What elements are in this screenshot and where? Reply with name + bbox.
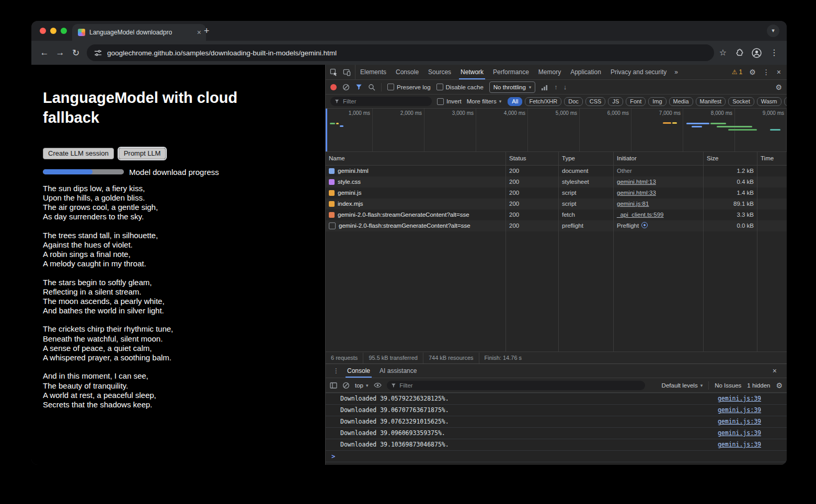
- console-prompt[interactable]: >: [326, 450, 787, 462]
- create-llm-session-button[interactable]: Create LLM session: [43, 148, 114, 159]
- back-button[interactable]: ←: [37, 45, 52, 61]
- preflight-info-icon[interactable]: [641, 222, 648, 228]
- network-summary-bar: 6 requests 95.5 kB transferred 744 kB re…: [326, 351, 787, 364]
- chip-all[interactable]: All: [508, 97, 522, 106]
- drawer-tab-ai-assistance[interactable]: AI assistance: [375, 364, 421, 378]
- network-request-row[interactable]: index.mjs 200 script gemini.js:81 89.1 k…: [326, 198, 787, 209]
- network-request-row[interactable]: gemini.html 200 document Other 1.2 kB 28…: [326, 166, 787, 177]
- profile-avatar-icon[interactable]: [752, 48, 762, 58]
- column-header-size[interactable]: Size: [704, 152, 757, 165]
- clear-console-icon[interactable]: [342, 382, 350, 389]
- chip-wasm[interactable]: Wasm: [757, 97, 781, 106]
- clear-network-log-icon[interactable]: [342, 84, 350, 91]
- record-network-log-button[interactable]: [330, 84, 337, 90]
- devtools-tab-elements[interactable]: Elements: [355, 65, 391, 79]
- console-source-link[interactable]: gemini.js:39: [718, 405, 761, 416]
- script-file-icon: [329, 190, 335, 196]
- devtools-tab-memory[interactable]: Memory: [534, 65, 566, 79]
- export-har-icon[interactable]: ↑: [554, 83, 558, 91]
- live-expression-eye-icon[interactable]: [374, 381, 382, 389]
- network-search-icon[interactable]: [368, 84, 375, 91]
- console-settings-icon[interactable]: ⚙: [776, 382, 783, 389]
- reload-button[interactable]: ↻: [68, 45, 84, 61]
- address-bar[interactable]: googlechrome.github.io/samples/downloadi…: [87, 44, 714, 61]
- hidden-messages-label[interactable]: 1 hidden: [747, 382, 770, 389]
- default-levels-dropdown[interactable]: Default levels▾: [662, 382, 703, 389]
- network-conditions-icon[interactable]: [541, 84, 548, 91]
- chip-font[interactable]: Font: [626, 97, 646, 106]
- inspect-element-icon[interactable]: [330, 68, 338, 76]
- network-filter-input[interactable]: [342, 98, 428, 105]
- network-request-row[interactable]: gemini-2.0-flash:streamGenerateContent?a…: [326, 209, 787, 220]
- chip-other[interactable]: Other: [784, 97, 787, 106]
- console-filter-input[interactable]: [398, 382, 640, 389]
- console-source-link[interactable]: gemini.js:39: [718, 416, 761, 427]
- column-header-name[interactable]: Name: [326, 152, 506, 165]
- devtools-tab-console[interactable]: Console: [391, 65, 423, 79]
- tab-search-button[interactable]: ▾: [767, 25, 779, 37]
- devtools-tab-application[interactable]: Application: [566, 65, 606, 79]
- close-window-button[interactable]: [40, 28, 46, 34]
- network-request-row[interactable]: gemini-2.0-flash:streamGenerateContent?a…: [326, 220, 787, 231]
- more-filters-dropdown[interactable]: More filters▾: [467, 98, 501, 104]
- chip-css[interactable]: CSS: [585, 97, 606, 106]
- devtools-tab-privacy[interactable]: Privacy and security: [606, 65, 671, 79]
- drawer-tab-console[interactable]: Console: [342, 364, 375, 378]
- prompt-llm-button[interactable]: Prompt LLM: [119, 148, 166, 159]
- console-context-dropdown[interactable]: top▾: [355, 382, 369, 389]
- maximize-window-button[interactable]: [61, 28, 67, 34]
- preserve-log-checkbox[interactable]: Preserve log: [387, 84, 431, 90]
- column-header-status[interactable]: Status: [506, 152, 559, 165]
- network-filter-icon[interactable]: [355, 84, 362, 90]
- console-source-link[interactable]: gemini.js:39: [718, 428, 761, 439]
- initiator-link[interactable]: gemini.html:33: [617, 190, 656, 196]
- more-tabs-button[interactable]: »: [671, 65, 681, 79]
- devtools-menu-icon[interactable]: ⋮: [763, 68, 770, 76]
- throttling-dropdown[interactable]: No throttling ▾: [489, 81, 536, 93]
- disable-cache-checkbox[interactable]: Disable cache: [436, 84, 484, 90]
- devtools-close-icon[interactable]: ×: [777, 68, 781, 76]
- no-issues-label[interactable]: No Issues: [715, 382, 741, 389]
- console-source-link[interactable]: gemini.js:39: [718, 439, 761, 450]
- network-overview-timeline[interactable]: 1,000 ms 2,000 ms 3,000 ms 4,000 ms 5,00…: [326, 109, 787, 152]
- chip-fetch-xhr[interactable]: Fetch/XHR: [525, 97, 561, 106]
- timeline-window-handle-left[interactable]: [326, 109, 327, 151]
- chip-js[interactable]: JS: [608, 97, 623, 106]
- minimize-window-button[interactable]: [50, 28, 56, 34]
- console-messages: Downloaded 39.05792236328125%. gemini.js…: [326, 393, 787, 465]
- chip-manifest[interactable]: Manifest: [696, 97, 726, 106]
- issues-warning-button[interactable]: ⚠1: [732, 68, 742, 76]
- console-source-link[interactable]: gemini.js:39: [718, 393, 761, 404]
- initiator-link[interactable]: gemini.html:13: [617, 179, 656, 185]
- initiator-link[interactable]: gemini.js:81: [617, 201, 649, 207]
- browser-tab[interactable]: LanguageModel downloadpro ×: [72, 24, 206, 41]
- column-header-type[interactable]: Type: [559, 152, 614, 165]
- site-settings-icon[interactable]: [94, 49, 102, 57]
- network-request-row[interactable]: style.css 200 stylesheet gemini.html:13 …: [326, 177, 787, 187]
- device-toolbar-icon[interactable]: [343, 68, 351, 76]
- network-settings-icon[interactable]: ⚙: [775, 84, 782, 91]
- new-tab-button[interactable]: +: [204, 26, 210, 36]
- chip-media[interactable]: Media: [669, 97, 693, 106]
- drawer-close-icon[interactable]: ×: [773, 367, 777, 374]
- bookmark-star-icon[interactable]: ☆: [719, 49, 727, 57]
- devtools-settings-icon[interactable]: ⚙: [749, 68, 756, 76]
- network-request-row[interactable]: gemini.js 200 script gemini.html:33 1.4 …: [326, 187, 787, 198]
- devtools-tab-network[interactable]: Network: [456, 65, 488, 79]
- column-header-time[interactable]: Time: [757, 152, 787, 165]
- initiator-link[interactable]: _api_client.ts:599: [617, 212, 664, 218]
- devtools-tab-sources[interactable]: Sources: [423, 65, 456, 79]
- chip-img[interactable]: Img: [648, 97, 666, 106]
- console-sidebar-icon[interactable]: [330, 382, 337, 389]
- column-header-initiator[interactable]: Initiator: [614, 152, 704, 165]
- browser-menu-icon[interactable]: ⋮: [770, 49, 778, 57]
- devtools-tab-performance[interactable]: Performance: [488, 65, 534, 79]
- chip-socket[interactable]: Socket: [728, 97, 754, 106]
- invert-filter-checkbox[interactable]: Invert: [437, 98, 462, 105]
- extensions-icon[interactable]: [735, 49, 743, 57]
- import-har-icon[interactable]: ↓: [564, 83, 567, 91]
- chip-doc[interactable]: Doc: [564, 97, 583, 106]
- drawer-menu-icon[interactable]: ⋮: [330, 364, 342, 378]
- tab-close-icon[interactable]: ×: [197, 29, 201, 36]
- forward-button[interactable]: →: [52, 45, 68, 61]
